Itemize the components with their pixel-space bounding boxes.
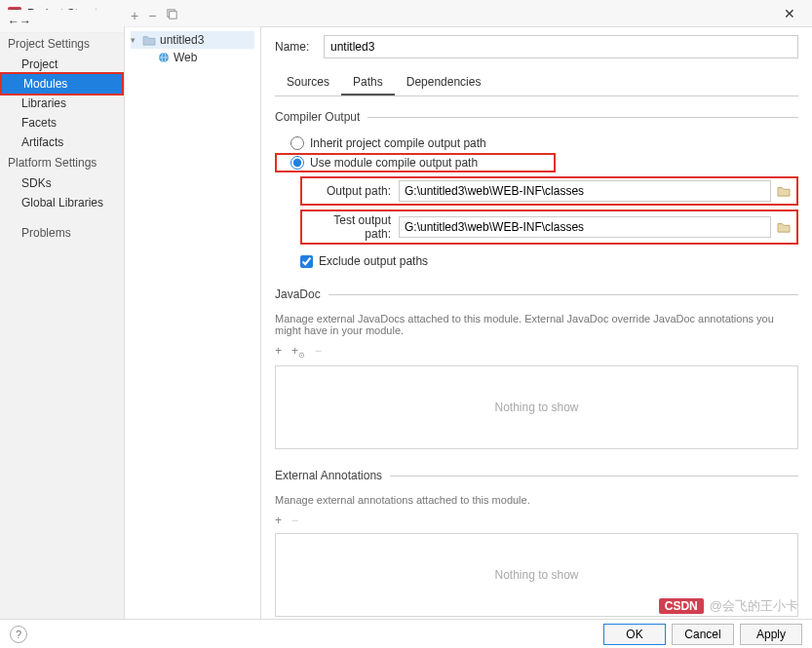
browse-output-icon[interactable] [775,182,793,200]
sidebar-item-libraries[interactable]: Libraries [0,94,124,113]
sidebar-item-global-libraries[interactable]: Global Libraries [0,193,124,212]
javadoc-list: Nothing to show [275,365,798,449]
close-icon[interactable]: ✕ [775,6,804,21]
tree-child-label: Web [174,51,197,64]
annotations-empty-text: Nothing to show [494,568,578,582]
apply-button[interactable]: Apply [740,624,802,645]
test-output-path-row: Test output path: [300,210,798,245]
watermark-text: @会飞的王小卡 [710,597,798,615]
sidebar-item-artifacts[interactable]: Artifacts [0,133,124,152]
sidebar-item-problems[interactable]: Problems [0,222,124,244]
svg-rect-3 [170,11,176,18]
javadoc-legend: JavaDoc [275,287,329,301]
watermark: CSDN @会飞的王小卡 [659,597,798,615]
compiler-output-group: Compiler Output Inherit project compile … [275,110,798,276]
name-label: Name: [275,40,324,54]
compiler-output-legend: Compiler Output [275,110,367,124]
javadoc-add-url-icon[interactable]: +⊙ [291,344,305,360]
exclude-output-checkbox[interactable] [300,255,313,268]
globe-icon [158,52,170,63]
output-path-row: Output path: [300,176,798,206]
radio-module-label: Use module compile output path [310,156,478,170]
tree-node-root[interactable]: ▾ untitled3 [131,31,254,49]
sidebar-item-project[interactable]: Project [0,55,124,74]
radio-inherit[interactable] [290,136,304,150]
annotations-group: External Annotations Manage external ann… [275,469,798,619]
copy-icon[interactable] [166,8,178,23]
ok-button[interactable]: OK [603,624,666,645]
output-path-input[interactable] [399,180,771,202]
javadoc-remove-icon: − [315,344,322,360]
sidebar-section-project: Project Settings [0,33,124,55]
tabs: Sources Paths Dependencies [275,70,798,96]
remove-icon[interactable]: − [148,8,156,23]
add-icon[interactable]: + [131,8,138,23]
javadoc-empty-text: Nothing to show [494,400,578,414]
content-panel: Name: Sources Paths Dependencies Compile… [261,27,812,619]
annotations-desc: Manage external annotations attached to … [275,492,798,512]
test-output-label: Test output path: [306,213,399,241]
tree-node-web[interactable]: Web [131,49,254,66]
expand-arrow-icon[interactable]: ▾ [131,35,142,45]
cancel-button[interactable]: Cancel [672,624,734,645]
module-name-input[interactable] [324,35,798,58]
output-path-label: Output path: [306,184,399,198]
help-icon[interactable]: ? [10,626,27,643]
test-output-input[interactable] [399,216,771,238]
annotations-remove-icon: − [291,514,298,527]
sidebar-item-modules[interactable]: Modules [0,72,124,95]
javadoc-add-icon[interactable]: + [275,344,282,360]
browse-test-output-icon[interactable] [775,218,793,236]
module-tree-panel: + − ▾ untitled3 Web [125,27,261,619]
folder-icon [142,34,156,46]
sidebar: ← → Project Settings Project Modules Lib… [0,27,125,619]
tree-root-label: untitled3 [160,33,204,47]
annotations-add-icon[interactable]: + [275,514,282,527]
exclude-output-label: Exclude output paths [319,254,428,268]
sidebar-item-sdks[interactable]: SDKs [0,173,124,193]
sidebar-section-platform: Platform Settings [0,152,124,173]
footer: ? OK Cancel Apply [0,619,812,648]
javadoc-group: JavaDoc Manage external JavaDocs attache… [275,287,798,457]
radio-inherit-label: Inherit project compile output path [310,136,486,150]
annotations-legend: External Annotations [275,469,390,482]
tab-sources[interactable]: Sources [275,70,341,95]
sidebar-item-facets[interactable]: Facets [0,113,124,133]
tab-paths[interactable]: Paths [341,70,395,95]
watermark-badge: CSDN [659,598,704,614]
forward-arrow-icon[interactable]: → [19,15,31,28]
tab-dependencies[interactable]: Dependencies [395,70,493,95]
radio-module[interactable] [290,156,304,170]
javadoc-desc: Manage external JavaDocs attached to thi… [275,311,798,342]
back-arrow-icon[interactable]: ← [8,15,19,28]
